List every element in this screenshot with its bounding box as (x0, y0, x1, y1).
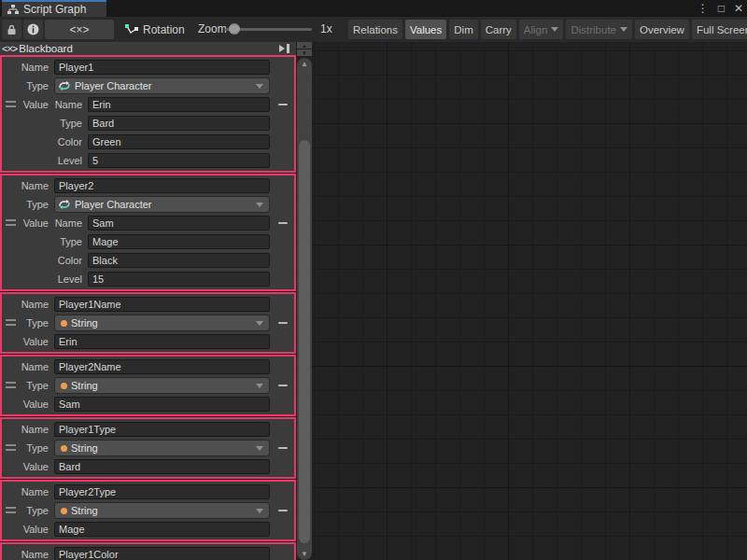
tab-label: Script Graph (23, 3, 86, 16)
drag-handle-icon[interactable] (6, 382, 16, 388)
chevron-down-icon (256, 509, 263, 513)
field-label: Name (2, 549, 54, 560)
variable-name-field[interactable]: Player1Name (54, 297, 270, 312)
graph-toolbar-button-values[interactable]: Values (405, 20, 446, 39)
blackboard-panel: <×> Blackboard NamePlayer1TypePlayer Cha… (0, 42, 296, 560)
variable-name-field[interactable]: Player1 (54, 60, 270, 75)
value-color-field[interactable]: Green (88, 134, 270, 149)
lock-button[interactable] (2, 20, 21, 39)
variable-name-field[interactable]: Player2 (54, 178, 270, 193)
value-level-field[interactable]: 15 (88, 272, 270, 287)
string-type-icon (61, 383, 67, 389)
field-label: Value (2, 524, 54, 535)
variable-value-field[interactable]: Erin (54, 334, 270, 349)
value-name-field[interactable]: Erin (88, 97, 270, 112)
field-label: Value (2, 399, 54, 410)
window-menu-icon[interactable]: ⋮ (698, 0, 709, 17)
remove-variable-button[interactable] (278, 510, 288, 511)
value-type-field[interactable]: Mage (88, 234, 270, 249)
chevron-down-icon (256, 84, 263, 89)
graph-toolbar-button-distribute[interactable]: Distribute (566, 20, 632, 39)
scrollbar-up-icon[interactable]: ▲ (297, 60, 312, 68)
drag-handle-icon[interactable] (6, 319, 16, 326)
code-view-button[interactable]: <×> (45, 20, 114, 39)
type-dropdown-label: String (71, 442, 252, 454)
tab-script-graph[interactable]: Script Graph (2, 0, 106, 17)
graph-toolbar-button-relations[interactable]: Relations (348, 20, 402, 39)
field-label: Name (54, 99, 88, 110)
close-icon[interactable]: ✕ (734, 0, 743, 17)
panel-scroll-arrows: ▲ ▼ (297, 42, 312, 56)
scrollbar-thumb[interactable] (299, 140, 310, 543)
blackboard-variable-list: NamePlayer1TypePlayer CharacterValueName… (0, 55, 296, 560)
variable-name-field[interactable]: Player2Name (54, 359, 270, 374)
field-label: Color (54, 255, 88, 266)
variable-name-field[interactable]: Player1Type (54, 422, 270, 437)
info-button[interactable] (23, 20, 43, 39)
variable-name-field[interactable]: Player1Color (54, 547, 270, 560)
variable-value-row: ValueNameErin (2, 95, 294, 114)
button-label: Align (524, 24, 548, 35)
field-label: Level (54, 273, 88, 285)
string-type-icon (61, 445, 67, 452)
variable-type-dropdown[interactable]: String (54, 440, 270, 456)
graph-toolbar-button-full-screen[interactable]: Full Screen (692, 20, 747, 39)
drag-handle-icon[interactable] (6, 219, 16, 226)
blackboard-variable-player1color: NamePlayer1Color (0, 542, 296, 560)
variable-type-dropdown[interactable]: String (54, 315, 270, 331)
scroll-up-mini-icon[interactable]: ▲ (297, 42, 312, 49)
type-dropdown-label: String (71, 317, 252, 329)
button-label: Values (410, 24, 442, 35)
variable-name-field[interactable]: Player2Type (54, 484, 270, 499)
field-label: Name (2, 180, 54, 191)
value-color-field[interactable]: Black (88, 253, 270, 268)
player-character-type-icon (58, 199, 71, 210)
field-label: Name (2, 299, 54, 310)
zoom-slider-handle[interactable] (229, 23, 240, 35)
value-name-field[interactable]: Sam (88, 216, 270, 231)
button-label: Carry (486, 24, 512, 35)
remove-variable-button[interactable] (278, 447, 288, 449)
variable-value-field[interactable]: Sam (54, 397, 270, 412)
variable-name-row: NamePlayer1Color (2, 545, 294, 560)
window-titlebar: Script Graph ⋮ □ ✕ (0, 0, 747, 17)
remove-variable-button[interactable] (278, 385, 288, 386)
graph-toolbar-button-overview[interactable]: Overview (635, 20, 689, 39)
drag-handle-icon[interactable] (6, 101, 16, 107)
scroll-down-mini-icon[interactable]: ▼ (297, 49, 312, 56)
drag-handle-icon[interactable] (6, 444, 16, 451)
variable-value-row: ValueNameSam (2, 214, 294, 232)
chevron-down-icon (620, 27, 627, 32)
drag-handle-icon[interactable] (6, 507, 16, 513)
zoom-slider[interactable] (225, 28, 312, 31)
scrollbar-down-icon[interactable]: ▼ (297, 550, 312, 558)
maximize-icon[interactable]: □ (718, 0, 725, 17)
graph-toolbar-button-carry[interactable]: Carry (481, 20, 516, 39)
graph-toolbar-button-dim[interactable]: Dim (449, 20, 477, 39)
variable-value-row: ValueBard (2, 457, 294, 476)
remove-variable-button[interactable] (278, 104, 288, 105)
graph-toolbar-button-align[interactable]: Align (519, 20, 564, 39)
field-label: Level (54, 155, 88, 166)
variable-type-dropdown[interactable]: String (54, 502, 270, 519)
variable-type-row: TypePlayer Character (2, 77, 294, 95)
value-type-field[interactable]: Bard (88, 116, 270, 131)
variable-value-field[interactable]: Bard (54, 459, 270, 474)
variable-type-row: TypeString (2, 314, 294, 332)
variable-type-dropdown[interactable]: String (54, 377, 270, 394)
variable-value-row: Level5 (2, 151, 294, 170)
value-level-field[interactable]: 5 (88, 153, 270, 168)
graph-pointer-chip[interactable]: Rotation (124, 20, 185, 39)
node-edge-icon (124, 23, 138, 36)
variable-type-dropdown[interactable]: Player Character (54, 77, 270, 94)
variable-value-field[interactable]: Mage (54, 522, 270, 537)
variable-type-dropdown[interactable]: Player Character (54, 196, 270, 213)
variable-value-row: ValueErin (2, 332, 294, 351)
remove-variable-button[interactable] (278, 322, 288, 324)
variable-name-row: NamePlayer1 (2, 58, 294, 77)
chevron-down-icon (256, 203, 263, 207)
remove-variable-button[interactable] (278, 222, 288, 224)
dock-panel-icon[interactable] (278, 44, 290, 53)
variable-value-row: Level15 (2, 270, 294, 288)
code-icon: <×> (2, 43, 17, 54)
